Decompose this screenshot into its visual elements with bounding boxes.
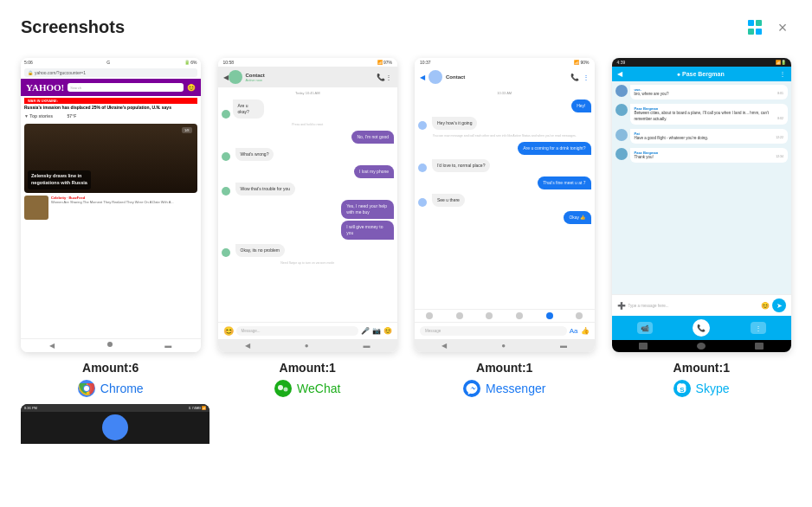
grid-dot-1	[748, 20, 754, 26]
svg-point-6	[284, 388, 288, 392]
messenger-back-btn[interactable]: ◀	[420, 74, 425, 81]
messenger-header: ◀ Contact 📞 ⋮	[415, 67, 595, 87]
messenger-screenshot-frame[interactable]: 10:37 📶 90% ◀ Contact 📞 ⋮	[415, 58, 595, 352]
partial-bottom-card: 8:36 PM 0.74MB 📶	[21, 404, 791, 444]
wechat-hint: Press and hold to react	[222, 123, 395, 126]
nav-dot-active	[107, 342, 113, 347]
wechat-msg-1-row: Are u okay?	[222, 99, 395, 119]
messenger-tool-1	[426, 312, 433, 319]
wechat-messages: Today 10:45 AM Are u okay? Press and hol…	[218, 87, 398, 322]
partial-screenshot-frame[interactable]: 8:36 PM 0.74MB 📶	[21, 404, 209, 444]
skype-screenshot-frame[interactable]: 4:39 📶🔋 ◀ ● Pase Bergman ⋮ use-	[612, 58, 792, 352]
messenger-msg-2: Hey how's it going	[432, 117, 477, 130]
messenger-msg-4-row: I'd love to, normal place?	[418, 159, 591, 172]
messenger-statusbar: 10:37 📶 90%	[415, 58, 595, 67]
skype-android-nav	[612, 340, 792, 352]
messenger-label: Messenger	[486, 382, 545, 395]
wechat-msg-2: No, I'm not good	[351, 131, 394, 144]
messenger-messages: 10:33 AM Hey! Hey how's it going You can…	[415, 87, 595, 309]
wechat-amount: Amount:1	[274, 361, 340, 375]
skype-msg-3-row: Pat Have a good flight - whatever you're…	[615, 129, 789, 144]
chrome-amount: Amount:6	[78, 361, 144, 375]
wechat-msg-3: What's wrong?	[235, 148, 274, 161]
messenger-msg-2-row: Hey how's it going	[418, 117, 591, 130]
skype-card: 4:39 📶🔋 ◀ ● Pase Bergman ⋮ use-	[612, 58, 792, 397]
wechat-msg-4: I lost my phone	[354, 165, 394, 178]
messenger-info: Amount:1 Messenger	[463, 361, 545, 397]
messenger-toolbar	[415, 309, 595, 322]
skype-bubble-1: use- bro, where are you? 8:01	[630, 85, 789, 99]
messenger-contact-avatar	[429, 70, 442, 84]
messenger-android-nav: ◀ ● ▬	[415, 339, 595, 352]
breaking-news-label: WAR IN UKRAINE:	[24, 98, 197, 104]
messenger-msg-1: Hey!	[571, 99, 590, 112]
chrome-nav-bottom: ◀ ▬	[21, 338, 201, 352]
wechat-label: WeChat	[297, 382, 340, 395]
messenger-msg-7: Okay 👍	[564, 211, 590, 224]
svg-point-3	[84, 386, 89, 391]
skype-time-4: 12:34	[776, 155, 783, 159]
chrome-screenshot-frame[interactable]: 5:06 G 🔋 6% 🔒 yahoo.com/?guccounter=1 YA…	[21, 58, 201, 352]
wechat-app-label: WeChat	[274, 380, 340, 397]
chrome-app-label: Chrome	[78, 380, 144, 397]
svg-text:S: S	[680, 386, 685, 394]
news-headline: Russia's invasion has displaced 25% of U…	[21, 104, 201, 112]
wechat-active-now: Active now	[246, 78, 377, 82]
screenshots-grid: 5:06 G 🔋 6% 🔒 yahoo.com/?guccounter=1 YA…	[21, 58, 791, 397]
story-thumb	[24, 196, 48, 220]
wechat-android-nav: ◀ ● ▬	[218, 339, 398, 352]
yahoo-search: Search	[68, 83, 183, 92]
skype-app-label: S Skype	[673, 380, 730, 397]
skype-call-toolbar: 📹 📞 ⋮	[612, 316, 792, 340]
skype-avatar-4	[615, 148, 628, 160]
skype-header: ◀ ● Pase Bergman ⋮	[612, 67, 792, 81]
wechat-msg-7: I will give money to you	[341, 221, 394, 240]
skype-input[interactable]: Type a message here...	[628, 304, 759, 308]
skype-time-3: 12:22	[776, 136, 783, 140]
skype-more-btn[interactable]: ⋮	[751, 322, 766, 334]
wechat-avatar-sm-4	[222, 248, 230, 257]
grid-dot-3	[748, 29, 754, 35]
wechat-msg-3-row: What's wrong?	[222, 148, 395, 161]
wechat-contact-avatar	[229, 70, 242, 84]
messenger-card: 10:37 📶 90% ◀ Contact 📞 ⋮	[415, 58, 595, 397]
skype-text-3: Have a good flight - whatever you're doi…	[635, 136, 784, 141]
skype-info: Amount:1 S Skype	[673, 361, 730, 397]
messenger-input-bar: Message Aa 👍	[415, 322, 595, 339]
skype-statusbar: 4:39 📶🔋	[612, 58, 792, 67]
wechat-date: Today 10:45 AM	[222, 91, 395, 95]
messenger-tool-6	[576, 312, 583, 319]
messenger-contact-name: Contact	[446, 74, 465, 80]
svg-point-5	[278, 385, 283, 390]
news-image-caption: Zelensky draws line innegotiations with …	[28, 170, 91, 189]
skype-bubble-3: Pat Have a good flight - whatever you're…	[630, 129, 789, 144]
wechat-header: ◀ Contact Active now 📞 ⋮	[218, 67, 398, 87]
grid-view-icon[interactable]	[748, 20, 764, 35]
wechat-input[interactable]: Message...	[236, 326, 359, 336]
wechat-avatar-sm	[222, 110, 230, 119]
skype-msg-4-row: Pase Bergman Thank you! 12:34	[615, 148, 789, 163]
chrome-app-icon	[78, 380, 95, 397]
skype-text-1: bro, where are you? 8:01	[635, 92, 784, 97]
close-button[interactable]: ×	[774, 19, 791, 36]
messenger-app-label: Messenger	[463, 380, 545, 397]
wechat-screenshot-frame[interactable]: 10:58 📶 97% ◀ Contact Active now 📞 ⋮	[218, 58, 398, 352]
stories-row: Celebrity · BuzzFeed Women Are Sharing T…	[21, 193, 201, 222]
messenger-msg-4: I'd love to, normal place?	[432, 159, 490, 172]
grid-dot-4	[756, 29, 762, 35]
skype-bubble-2: Pase Bergman Between cities, about to bo…	[630, 104, 789, 125]
skype-avatar-2	[615, 104, 628, 116]
messenger-input[interactable]: Message	[420, 326, 567, 336]
skype-nav-home	[697, 343, 706, 350]
skype-messages: use- bro, where are you? 8:01 Pase Bergm…	[612, 81, 792, 294]
top-stories-label: ▼ Top stories 57°F	[21, 112, 201, 120]
messenger-date: 10:33 AM	[418, 91, 591, 95]
skype-video-btn[interactable]: 📹	[637, 322, 653, 334]
skype-input-area: ➕ Type a message here... 😊 ➤	[612, 294, 792, 316]
messenger-amount: Amount:1	[463, 361, 545, 375]
skype-contact-name: ● Pase Bergman	[626, 71, 777, 77]
skype-send-btn[interactable]: ➤	[772, 298, 786, 312]
skype-call-btn[interactable]: 📞	[693, 319, 710, 337]
wechat-msg-6: Yes, I need your help with me buy	[341, 200, 394, 219]
grid-dot-2	[756, 20, 762, 26]
